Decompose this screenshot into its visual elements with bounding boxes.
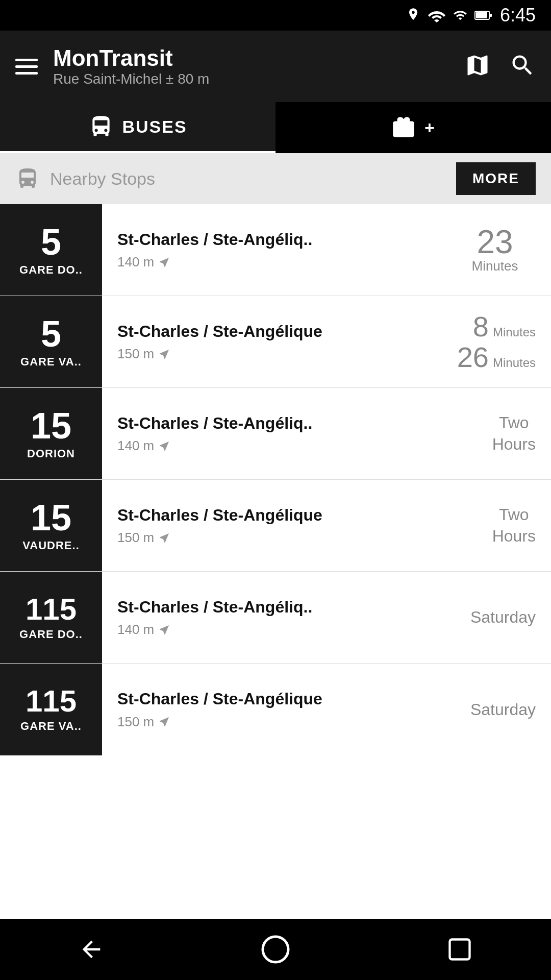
status-time: 6:45	[500, 5, 536, 26]
route-destination: GARE VA..	[20, 355, 82, 369]
route-number: 15	[31, 499, 71, 536]
home-circle-icon	[260, 934, 291, 965]
route-badge: 5 GARE VA..	[0, 296, 102, 387]
stop-info: St-Charles / Ste-Angéliq.. 140 m Saturda…	[102, 572, 551, 663]
stop-list: 5 GARE DO.. St-Charles / Ste-Angéliq.. 1…	[0, 204, 551, 919]
back-arrow-icon	[78, 936, 105, 963]
back-button[interactable]	[78, 936, 105, 963]
route-destination: GARE VA..	[20, 720, 82, 733]
svg-rect-1	[476, 12, 487, 18]
arrival-saturday: Saturday	[470, 608, 536, 627]
search-icon	[509, 52, 536, 79]
route-destination: DORION	[27, 447, 75, 460]
stop-name: St-Charles / Ste-Angélique	[117, 689, 322, 708]
arrival-saturday: Saturday	[470, 700, 536, 719]
location-icon	[406, 7, 420, 23]
stop-name: St-Charles / Ste-Angéliq..	[117, 230, 312, 249]
battery-icon	[474, 8, 493, 22]
stop-row[interactable]: 15 VAUDRE.. St-Charles / Ste-Angélique 1…	[0, 480, 551, 572]
recent-square-icon	[446, 936, 473, 963]
bus-icon	[88, 114, 114, 139]
stop-name: St-Charles / Ste-Angélique	[117, 505, 322, 525]
arrival-two-hours: TwoHours	[492, 504, 536, 547]
stop-info: St-Charles / Ste-Angélique 150 m Saturda…	[102, 664, 551, 755]
svg-point-3	[263, 937, 288, 962]
tab-buses-label: BUSES	[122, 117, 187, 137]
arrival-two-hours: TwoHours	[492, 412, 536, 455]
stop-row[interactable]: 5 GARE DO.. St-Charles / Ste-Angéliq.. 1…	[0, 204, 551, 296]
route-badge: 115 GARE DO..	[0, 572, 102, 663]
stop-info: St-Charles / Ste-Angéliq.. 140 m 23 Minu…	[102, 204, 551, 296]
distance-text: 140 m	[117, 622, 154, 638]
home-button[interactable]	[260, 934, 291, 965]
distance-text: 150 m	[117, 714, 154, 730]
route-badge: 115 GARE VA..	[0, 664, 102, 755]
signal-icon	[453, 8, 467, 22]
status-icons: 6:45	[406, 5, 536, 26]
header-subtitle: Rue Saint-Michel ± 80 m	[53, 71, 209, 87]
nearby-stops-label: Nearby Stops	[50, 169, 155, 189]
stop-row[interactable]: 5 GARE VA.. St-Charles / Ste-Angélique 1…	[0, 296, 551, 388]
route-number: 115	[26, 686, 77, 717]
route-number: 5	[41, 224, 61, 260]
distance-text: 140 m	[117, 438, 154, 454]
direction-arrow-icon	[158, 716, 170, 728]
app-name: MonTransit	[53, 45, 209, 71]
stop-name: St-Charles / Ste-Angéliq..	[117, 597, 312, 617]
direction-arrow-icon	[158, 348, 170, 360]
direction-arrow-icon	[158, 440, 170, 452]
map-icon	[464, 52, 491, 79]
route-number: 115	[26, 594, 77, 625]
wifi-icon	[428, 8, 446, 22]
tab-bar: BUSES +	[0, 102, 551, 153]
route-number: 5	[41, 315, 61, 352]
direction-arrow-icon	[158, 256, 170, 268]
route-destination: GARE DO..	[19, 628, 83, 641]
stop-info: St-Charles / Ste-Angélique 150 m 8 Minut…	[102, 296, 551, 387]
tab-buses[interactable]: BUSES	[0, 102, 276, 153]
distance-text: 150 m	[117, 346, 154, 362]
distance-text: 140 m	[117, 254, 154, 270]
app-header: MonTransit Rue Saint-Michel ± 80 m	[0, 31, 551, 102]
stop-info: St-Charles / Ste-Angélique 150 m TwoHour…	[102, 480, 551, 571]
map-button[interactable]	[464, 52, 491, 81]
svg-rect-4	[450, 940, 470, 960]
status-bar: 6:45	[0, 0, 551, 31]
search-button[interactable]	[509, 52, 536, 81]
nav-bar	[0, 919, 551, 980]
nearby-bus-icon	[15, 166, 40, 191]
menu-button[interactable]	[15, 59, 38, 75]
recent-button[interactable]	[446, 936, 473, 963]
route-destination: VAUDRE..	[22, 539, 80, 552]
distance-text: 150 m	[117, 530, 154, 546]
direction-arrow-icon	[158, 532, 170, 544]
stop-name: St-Charles / Ste-Angélique	[117, 322, 322, 341]
stop-name: St-Charles / Ste-Angéliq..	[117, 413, 312, 433]
arrival-times: 8 Minutes 26 Minutes	[457, 312, 536, 372]
route-destination: GARE DO..	[19, 263, 83, 277]
route-badge: 5 GARE DO..	[0, 204, 102, 296]
direction-arrow-icon	[158, 624, 170, 636]
tab-add-label: +	[424, 118, 436, 138]
briefcase-icon	[391, 115, 416, 140]
route-number: 15	[31, 407, 71, 444]
stop-row[interactable]: 115 GARE DO.. St-Charles / Ste-Angéliq..…	[0, 572, 551, 664]
nearby-bar: Nearby Stops MORE	[0, 153, 551, 204]
stop-info: St-Charles / Ste-Angéliq.. 140 m TwoHour…	[102, 388, 551, 479]
svg-rect-2	[489, 14, 492, 17]
route-badge: 15 VAUDRE..	[0, 480, 102, 571]
arrival-time: 23 Minutes	[454, 226, 536, 274]
stop-row[interactable]: 15 DORION St-Charles / Ste-Angéliq.. 140…	[0, 388, 551, 480]
route-badge: 15 DORION	[0, 388, 102, 479]
tab-add[interactable]: +	[276, 102, 551, 153]
stop-row[interactable]: 115 GARE VA.. St-Charles / Ste-Angélique…	[0, 664, 551, 755]
more-button[interactable]: MORE	[456, 162, 536, 195]
